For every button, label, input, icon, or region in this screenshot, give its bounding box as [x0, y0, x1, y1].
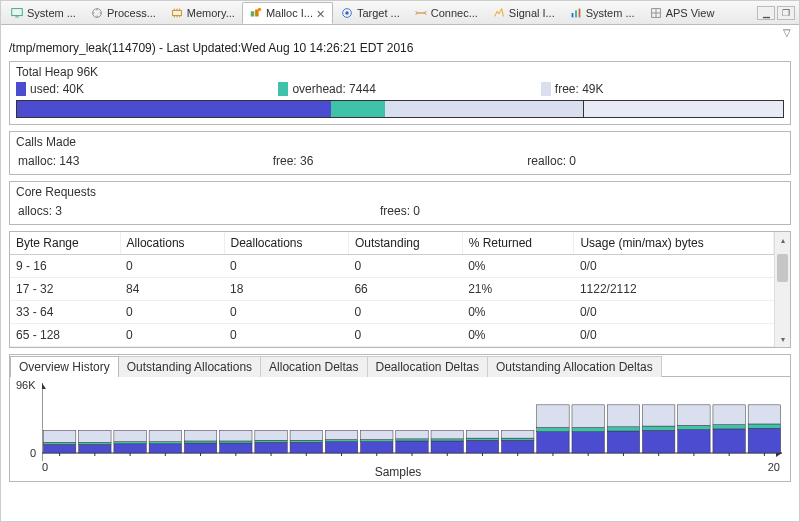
table-row[interactable]: 9 - 160000%0/0 — [10, 255, 774, 278]
table-cell: 0 — [224, 255, 348, 278]
tab-system[interactable]: System ... — [3, 2, 83, 24]
table-cell: 0 — [348, 324, 462, 347]
svg-rect-75 — [502, 440, 534, 453]
tab-label: Process... — [107, 7, 156, 19]
svg-rect-78 — [537, 432, 569, 453]
tab-label: System ... — [586, 7, 635, 19]
tab-aps[interactable]: APS View — [642, 2, 722, 24]
calls-malloc: malloc: 143 — [18, 154, 273, 168]
table-cell: 0 — [348, 301, 462, 324]
column-header[interactable]: Allocations — [120, 232, 224, 255]
target-icon — [340, 6, 354, 20]
tab-signal[interactable]: Signal I... — [485, 2, 562, 24]
scroll-up-icon[interactable]: ▴ — [775, 232, 790, 248]
svg-rect-61 — [325, 440, 357, 442]
svg-rect-69 — [431, 441, 463, 453]
svg-rect-62 — [325, 430, 357, 439]
svg-rect-59 — [290, 430, 322, 440]
connect-icon — [414, 6, 428, 20]
svg-rect-49 — [184, 441, 216, 443]
svg-rect-68 — [396, 430, 428, 439]
svg-rect-81 — [572, 432, 604, 453]
calls-free: free: 36 — [273, 154, 528, 168]
tab-connect[interactable]: Connec... — [407, 2, 485, 24]
column-header[interactable]: % Returned — [462, 232, 574, 255]
history-tab[interactable]: Outstanding Allocations — [118, 356, 261, 377]
tab-memory[interactable]: Memory... — [163, 2, 242, 24]
table-cell: 66 — [348, 278, 462, 301]
table-cell: 0% — [462, 324, 574, 347]
table-cell: 0 — [120, 324, 224, 347]
table-cell: 0 — [120, 301, 224, 324]
svg-rect-43 — [114, 442, 146, 444]
tab-label: Memory... — [187, 7, 235, 19]
svg-rect-94 — [713, 425, 745, 429]
view-menu-arrow[interactable]: ▽ — [1, 25, 799, 38]
history-tab[interactable]: Overview History — [10, 356, 119, 377]
history-tab[interactable]: Outstanding Allocation Deltas — [487, 356, 662, 377]
svg-rect-55 — [255, 440, 287, 442]
svg-rect-64 — [361, 440, 393, 442]
window-controls: ▁ ❐ — [757, 6, 799, 20]
scroll-down-icon[interactable]: ▾ — [775, 331, 790, 347]
scroll-thumb[interactable] — [777, 254, 788, 282]
svg-rect-60 — [325, 442, 357, 453]
svg-rect-91 — [678, 425, 710, 429]
column-header[interactable]: Usage (min/max) bytes — [574, 232, 774, 255]
column-header[interactable]: Deallocations — [224, 232, 348, 255]
tab-target[interactable]: Target ... — [333, 2, 407, 24]
svg-rect-51 — [220, 443, 252, 453]
history-tab[interactable]: Deallocation Deltas — [367, 356, 488, 377]
table-cell: 84 — [120, 278, 224, 301]
table-cell: 0% — [462, 255, 574, 278]
view-tab-bar: System ...Process...Memory...Malloc I...… — [1, 1, 799, 25]
svg-rect-48 — [184, 443, 216, 453]
minimize-button[interactable]: ▁ — [757, 6, 775, 20]
core-requests-title: Core Requests — [10, 182, 790, 202]
tab-label: Connec... — [431, 7, 478, 19]
table-cell: 0 — [120, 255, 224, 278]
table-cell: 0/0 — [574, 324, 774, 347]
chart-ylabel-zero: 0 — [30, 447, 36, 459]
total-heap-title: Total Heap 96K — [10, 62, 790, 82]
svg-rect-63 — [361, 442, 393, 453]
svg-rect-57 — [290, 442, 322, 453]
table-cell: 21% — [462, 278, 574, 301]
svg-rect-40 — [79, 442, 111, 444]
svg-rect-41 — [79, 430, 111, 442]
svg-rect-70 — [431, 439, 463, 441]
heap-bar-used — [17, 101, 331, 117]
chart-icon — [569, 6, 583, 20]
table-scrollbar[interactable]: ▴ ▾ — [774, 232, 790, 347]
table-cell: 65 - 128 — [10, 324, 120, 347]
svg-rect-88 — [642, 426, 674, 430]
svg-rect-52 — [220, 441, 252, 443]
table-cell: 9 - 16 — [10, 255, 120, 278]
aps-icon — [649, 6, 663, 20]
svg-rect-11 — [578, 8, 580, 17]
svg-rect-42 — [114, 444, 146, 453]
svg-rect-73 — [466, 438, 498, 440]
svg-rect-53 — [220, 430, 252, 441]
svg-rect-90 — [678, 430, 710, 453]
table-row[interactable]: 33 - 640000%0/0 — [10, 301, 774, 324]
tab-process[interactable]: Process... — [83, 2, 163, 24]
close-icon[interactable]: ✕ — [316, 8, 326, 18]
table-row[interactable]: 65 - 1280000%0/0 — [10, 324, 774, 347]
maximize-button[interactable]: ❐ — [777, 6, 795, 20]
svg-rect-76 — [502, 438, 534, 440]
history-tab[interactable]: Allocation Deltas — [260, 356, 367, 377]
heap-bar-free — [584, 101, 783, 117]
svg-point-6 — [258, 7, 262, 11]
column-header[interactable]: Outstanding — [348, 232, 462, 255]
column-header[interactable]: Byte Range — [10, 232, 120, 255]
svg-rect-46 — [149, 442, 181, 444]
tab-malloc[interactable]: Malloc I...✕ — [242, 2, 333, 24]
table-cell: 0/0 — [574, 255, 774, 278]
table-row[interactable]: 17 - 3284186621%1122/2112 — [10, 278, 774, 301]
tab-chart[interactable]: System ... — [562, 2, 642, 24]
svg-rect-83 — [572, 405, 604, 428]
svg-rect-98 — [748, 405, 780, 424]
byte-range-table: Byte RangeAllocationsDeallocationsOutsta… — [9, 231, 791, 348]
calls-made-title: Calls Made — [10, 132, 790, 152]
